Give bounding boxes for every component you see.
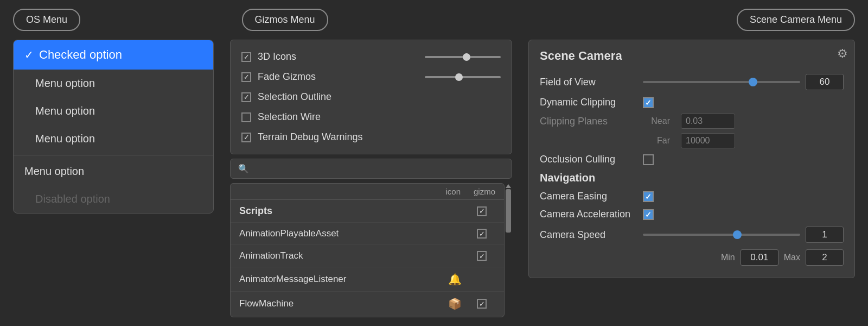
clipping-planes-near-row: Clipping Planes Near [540,111,844,131]
flow-machine-gizmo-checkbox[interactable] [477,299,487,309]
gizmos-top: 3D Icons Fade Gizmos Selection Out [230,40,512,154]
scrollbar-thumb[interactable] [506,189,511,233]
field-of-view-slider-thumb [749,78,757,86]
checkbox-selection-outline[interactable] [241,92,251,102]
scripts-gizmo-checkbox[interactable] [477,206,487,216]
gizmo-row-terrain-debug: Terrain Debug Warnings [239,127,503,147]
checked-option-label: Checked option [39,48,122,62]
field-of-view-label: Field of View [540,77,637,88]
clipping-near-label: Near [643,116,675,126]
list-row-scripts[interactable]: Scripts [231,200,504,223]
menu-item-checked[interactable]: ✓ Checked option [14,40,213,70]
clipping-planes-far-row: Far [540,131,844,151]
menu-option-1-label: Menu option [35,77,95,90]
menu-item-1[interactable]: Menu option [14,70,213,97]
field-of-view-slider[interactable] [643,81,800,83]
menu-option-2-label: Menu option [35,105,95,117]
list-header: icon gizmo [231,184,504,200]
scene-camera-title: Scene Camera [540,49,844,63]
menu-item-disabled: Disabled option [14,185,213,213]
animation-track-gizmo-checkbox[interactable] [477,251,487,261]
label-selection-outline: Selection Outline [258,91,331,103]
label-selection-wire: Selection Wire [258,111,321,123]
animation-track-gizmo-cell[interactable] [468,251,495,261]
menu-option-3-label: Menu option [35,133,95,145]
slider-3d-icons[interactable] [425,56,501,58]
occlusion-culling-checkbox[interactable] [643,154,654,165]
menu-option-4-label: Menu option [24,165,84,178]
camera-acceleration-label: Camera Acceleration [540,209,637,220]
clipping-planes-label: Clipping Planes [540,116,637,127]
flow-machine-emoji: 📦 [448,297,462,310]
os-menu-panel: ✓ Checked option Menu option Menu option… [13,40,214,317]
min-max-row: Min Max [540,246,844,269]
flow-machine-icon-cell: 📦 [441,297,468,310]
gizmo-row-selection-outline: Selection Outline [239,87,503,107]
scene-camera-menu-button[interactable]: Scene Camera Menu [737,9,855,31]
camera-easing-row: Camera Easing [540,187,844,205]
clipping-far-input[interactable] [681,133,735,148]
checkbox-fade-gizmos[interactable] [241,72,251,82]
menu-item-3[interactable]: Menu option [14,125,213,153]
flow-machine-gizmo-cell[interactable] [468,299,495,309]
gizmos-list-container: icon gizmo Scripts AnimationPlayableAsse… [230,183,512,317]
disabled-option-label: Disabled option [35,193,110,205]
field-of-view-row: Field of View [540,71,844,93]
gizmos-list: icon gizmo Scripts AnimationPlayableAsse… [230,183,505,317]
animation-playable-gizmo-cell[interactable] [468,229,495,239]
menu-separator [14,155,213,155]
scrollbar-up-arrow[interactable] [506,184,511,188]
occlusion-culling-row: Occlusion Culling [540,151,844,168]
animation-playable-gizmo-checkbox[interactable] [477,229,487,239]
checkbox-terrain-debug[interactable] [241,133,251,142]
scripts-gizmo-cell[interactable] [468,206,495,216]
camera-acceleration-row: Camera Acceleration [540,205,844,223]
camera-easing-checkbox[interactable] [643,191,654,202]
camera-acceleration-checkbox[interactable] [643,209,654,220]
checkbox-selection-wire[interactable] [241,112,251,122]
scene-camera-box: ⚙ Scene Camera Field of View Dynamic Cli… [528,40,855,278]
slider-thumb-3d-icons [463,53,470,61]
list-row-animator-message-name: AnimatorMessageListener [239,274,441,285]
search-icon: 🔍 [238,164,249,174]
menu-item-2[interactable]: Menu option [14,97,213,125]
scrollbar[interactable] [505,183,512,317]
max-label: Max [784,253,800,262]
clipping-near-input[interactable] [681,114,735,129]
max-input[interactable] [806,249,844,266]
gear-button[interactable]: ⚙ [837,47,848,61]
occlusion-culling-label: Occlusion Culling [540,154,637,165]
label-3d-icons: 3D Icons [258,51,296,62]
slider-thumb-fade-gizmos [455,73,463,81]
list-row-animation-track-name: AnimationTrack [239,250,441,261]
camera-speed-input[interactable] [806,227,844,243]
list-row-animation-playable[interactable]: AnimationPlayableAsset [231,223,504,245]
list-row-animation-playable-name: AnimationPlayableAsset [239,228,441,239]
slider-fade-gizmos[interactable] [425,76,501,78]
search-input[interactable] [253,164,504,174]
list-row-flow-machine-name: FlowMachine [239,298,441,309]
camera-speed-row: Camera Speed [540,223,844,246]
clipping-far-label: Far [643,136,675,146]
checkbox-3d-icons[interactable] [241,52,251,62]
gizmos-search-bar[interactable]: 🔍 [230,159,512,179]
check-mark-icon: ✓ [24,48,34,61]
top-bar: OS Menu Gizmos Menu Scene Camera Menu [0,0,868,40]
field-of-view-input[interactable] [806,74,844,90]
camera-speed-slider-thumb [733,230,742,239]
list-row-animation-track[interactable]: AnimationTrack [231,245,504,267]
list-row-flow-machine[interactable]: FlowMachine 📦 [231,292,504,316]
camera-speed-slider[interactable] [643,234,800,236]
dynamic-clipping-checkbox[interactable] [643,97,654,108]
menu-item-4[interactable]: Menu option [14,158,213,185]
header-icon-label: icon [445,187,461,196]
list-row-animator-message[interactable]: AnimatorMessageListener 🔔 [231,267,504,292]
gizmos-menu-button[interactable]: Gizmos Menu [242,9,328,31]
navigation-label: Navigation [540,172,637,184]
min-input[interactable] [741,249,778,266]
min-label: Min [721,253,735,262]
os-menu-button[interactable]: OS Menu [13,9,80,31]
scene-camera-panel: ⚙ Scene Camera Field of View Dynamic Cli… [528,40,855,317]
camera-speed-label: Camera Speed [540,229,637,241]
gizmo-row-selection-wire: Selection Wire [239,107,503,127]
